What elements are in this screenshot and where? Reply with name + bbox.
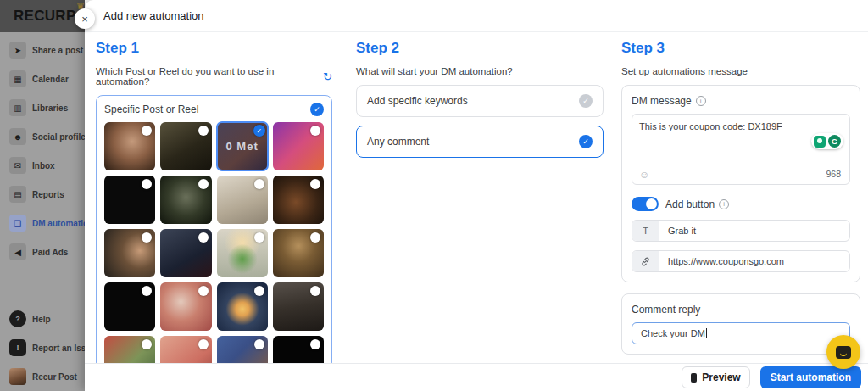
post-thumbnail-4[interactable] [273, 122, 324, 170]
sidebar-item-reports[interactable]: ▤Reports [0, 180, 85, 209]
sidebar-item-help[interactable]: ?Help [0, 304, 85, 333]
button-text-value[interactable]: Grab it [659, 221, 849, 241]
preview-button-label: Preview [702, 371, 740, 383]
radio-icon [254, 232, 264, 243]
refresh-icon[interactable]: ↻ [323, 71, 332, 82]
post-thumbnail-2[interactable] [160, 122, 211, 170]
sidebar-item-label: Share a post [32, 46, 83, 55]
step3-question-row: Set up automations message [621, 66, 860, 76]
button-url-field[interactable]: https://www.couponsgo.com [632, 250, 850, 272]
dm-message-label-row: DM message i [632, 95, 850, 107]
post-thumbnail-13[interactable] [104, 282, 155, 331]
dm-message-label: DM message [632, 95, 692, 107]
post-thumbnail-6[interactable] [160, 176, 211, 224]
post-selector-box[interactable]: Specific Post or Reel ✓ 0 Met✓ [96, 95, 332, 369]
post-thumbnail-8[interactable] [273, 176, 324, 224]
calendar-icon: ▦ [9, 70, 26, 87]
preview-button[interactable]: Preview [682, 366, 749, 388]
modal-header: Add new automation [85, 0, 868, 32]
post-thumbnail-10[interactable] [160, 229, 211, 277]
reports-icon: ▤ [9, 186, 26, 203]
comment-reply-label: Comment reply [632, 304, 700, 316]
radio-icon [310, 232, 320, 243]
step2-column: Step 2 What will start your DM automatio… [356, 32, 604, 158]
post-thumbnail-grid: 0 Met✓ [97, 122, 331, 369]
post-thumbnail-3[interactable]: 0 Met✓ [217, 122, 268, 170]
sidebar-item-recur-post[interactable]: Recur Post [0, 362, 85, 391]
help-icon: ? [9, 310, 26, 327]
trigger-option-any-comment[interactable]: Any comment✓ [356, 126, 604, 158]
post-thumbnail-11[interactable] [217, 229, 268, 277]
step3-question: Set up automations message [621, 66, 748, 76]
selected-check-icon: ✓ [310, 103, 324, 116]
info-icon[interactable]: i [719, 199, 729, 209]
radio-icon [142, 179, 152, 189]
add-automation-modal: × Add new automation Step 1 Which Post o… [85, 0, 868, 391]
phone-icon [691, 373, 697, 383]
post-thumbnail-15[interactable] [217, 282, 268, 331]
start-automation-button[interactable]: Start automation [760, 366, 861, 388]
sidebar-item-label: Social profiles [32, 132, 90, 142]
comment-reply-value: Check your DM [641, 328, 705, 338]
add-button-label: Add button [665, 198, 715, 210]
sidebar-item-inbox[interactable]: ✉Inbox [0, 151, 85, 180]
sidebar-item-report-an-issue[interactable]: !Report an Issue [0, 333, 85, 362]
sidebar-item-calendar[interactable]: ▦Calendar [0, 64, 85, 93]
sidebar-item-libraries[interactable]: ▥Libraries [0, 93, 85, 122]
radio-icon [254, 339, 264, 349]
post-selector-header: Specific Post or Reel ✓ [97, 96, 331, 122]
radio-icon [254, 179, 264, 189]
avatar [9, 368, 26, 385]
add-button-toggle-row: Add button i [632, 197, 850, 211]
sidebar-item-dm-automations[interactable]: ❑DM automations [0, 209, 85, 237]
sidebar-item-social-profiles[interactable]: ☻Social profiles [0, 122, 85, 151]
user-icon: ☻ [9, 128, 26, 145]
emoji-picker-icon[interactable]: ☺ [639, 170, 649, 180]
chat-bubble-icon [836, 346, 851, 359]
trigger-option-label: Add specific keywords [367, 95, 468, 107]
step1-column: Step 1 Which Post or Reel do you want to… [96, 32, 332, 369]
step3-column: Step 3 Set up automations message DM mes… [621, 32, 860, 355]
comment-reply-label-row: Comment reply [632, 304, 850, 316]
step3-heading: Step 3 [621, 40, 860, 57]
sidebar-item-share-a-post[interactable]: ➤Share a post [0, 36, 85, 64]
close-button[interactable]: × [75, 8, 95, 29]
post-thumbnail-7[interactable] [217, 176, 268, 224]
trigger-option-add-specific-keywords[interactable]: Add specific keywords✓ [356, 85, 604, 117]
trigger-options: Add specific keywords✓Any comment✓ [356, 85, 604, 158]
post-thumbnail-12[interactable] [273, 229, 324, 277]
post-thumbnail-16[interactable] [273, 282, 324, 331]
chat-widget-button[interactable] [826, 335, 860, 369]
post-thumbnail-14[interactable] [160, 282, 211, 331]
dm-message-panel: DM message i This is your coupon code: D… [621, 85, 860, 282]
radio-icon [310, 286, 320, 296]
radio-icon [198, 286, 209, 296]
step2-question: What will start your DM automation? [356, 66, 513, 76]
comment-reply-input[interactable]: Check your DM [632, 322, 850, 344]
radio-icon [310, 179, 320, 189]
step1-heading: Step 1 [96, 40, 332, 57]
info-icon[interactable]: i [696, 96, 706, 106]
post-thumbnail-5[interactable] [104, 176, 155, 224]
send-icon: ➤ [9, 42, 26, 59]
grammarly-icon[interactable]: G [828, 135, 841, 148]
radio-icon [198, 126, 209, 136]
button-text-field[interactable]: T Grab it [632, 220, 850, 242]
text-caret [706, 328, 707, 338]
radio-icon [142, 126, 152, 136]
writing-assistant-pill: G [811, 133, 843, 149]
button-url-value[interactable]: https://www.couponsgo.com [659, 251, 849, 271]
add-button-toggle[interactable] [632, 197, 659, 211]
radio-icon [198, 339, 209, 349]
dm-message-textarea[interactable]: This is your coupon code: DX189F G ☺ 968 [632, 114, 850, 185]
post-thumbnail-1[interactable] [104, 122, 155, 170]
sidebar-item-paid-ads[interactable]: ◀Paid Ads [0, 237, 85, 266]
sidebar-item-label: Help [32, 315, 51, 324]
post-thumbnail-9[interactable] [104, 229, 155, 277]
selected-check-icon: ✓ [579, 135, 593, 148]
radio-icon [254, 286, 264, 296]
megaphone-icon: ◀ [9, 243, 26, 260]
step2-question-row: What will start your DM automation? [356, 66, 604, 76]
issue-icon: ! [9, 339, 26, 356]
suggestion-bulb-icon[interactable] [814, 136, 826, 148]
